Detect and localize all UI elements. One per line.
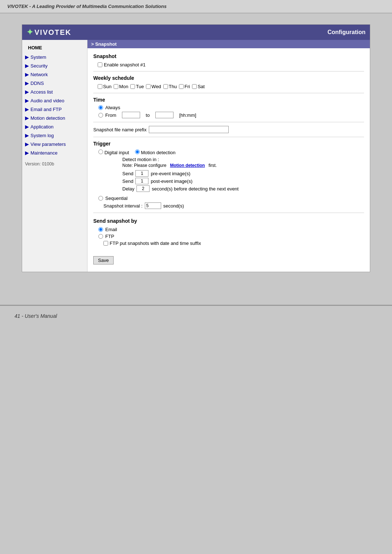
day-tue-checkbox[interactable] [130, 84, 135, 89]
save-button[interactable]: Save [93, 256, 114, 264]
time-section: Time Always From 00:00 to [93, 97, 364, 118]
ftp-date-suffix-checkbox[interactable] [103, 241, 108, 246]
expand-icon-maintenance: ▶ [25, 150, 29, 156]
footer-manual: 41 - User's Manual [15, 313, 57, 319]
sidebar-item-network[interactable]: ▶ Network [22, 70, 87, 79]
sidebar-item-maintenance[interactable]: ▶ Maintenance [22, 148, 87, 157]
day-thu-checkbox[interactable] [163, 84, 168, 89]
sidebar-item-system[interactable]: ▶ System [22, 53, 87, 61]
from-time-input[interactable]: 00:00 [122, 112, 140, 118]
email-radio[interactable] [98, 227, 103, 232]
from-radio[interactable] [98, 113, 103, 118]
snapshot-interval-input[interactable] [145, 202, 161, 209]
send2-label: Send [122, 178, 133, 184]
enable-snapshot-label: Enable snapshot #1 [104, 62, 146, 67]
day-tue[interactable]: Tue [130, 84, 144, 89]
tagline: VIVOTEK - A Leading Provider of Multimed… [7, 4, 167, 9]
sidebar-label-security: Security [30, 63, 48, 69]
day-mon-checkbox[interactable] [114, 84, 118, 89]
sidebar-item-system-log[interactable]: ▶ System log [22, 131, 87, 140]
sidebar-label-audio-video: Audio and video [30, 98, 64, 103]
ftp-label: FTP [105, 234, 114, 239]
delay-suffix: second(s) before detecting the next even… [152, 186, 238, 192]
post-event-label: post-event image(s) [151, 178, 192, 184]
sidebar-item-audio-video[interactable]: ▶ Audio and video [22, 96, 87, 105]
content-area: HOME ▶ System ▶ Security ▶ Network ▶ DDN… [22, 40, 370, 272]
sidebar: HOME ▶ System ▶ Security ▶ Network ▶ DDN… [22, 40, 87, 272]
trigger-radios: Digital input Motion detection [98, 149, 364, 155]
config-panel: ✦ VIVOTEK Configuration HOME ▶ System ▶ … [22, 24, 370, 272]
day-fri-checkbox[interactable] [179, 84, 184, 89]
ftp-sub-row: FTP put snapshots with date and time suf… [103, 241, 364, 246]
config-title: Configuration [327, 29, 366, 36]
delay-input[interactable] [136, 185, 150, 192]
day-fri[interactable]: Fri [179, 84, 190, 89]
to-label: to [146, 112, 150, 118]
sequential-section: Sequential Snapshot interval : second(s) [93, 196, 364, 209]
day-sun-checkbox[interactable] [98, 84, 102, 89]
snapshot-prefix-label: Snapshot file name prefix [93, 127, 147, 132]
expand-icon-application: ▶ [25, 124, 29, 130]
always-label: Always [105, 105, 120, 110]
delay-label: Delay [122, 186, 134, 192]
main-content: > Snapshot Snapshot Enable snapshot #1 W… [87, 40, 370, 272]
sidebar-item-application[interactable]: ▶ Application [22, 122, 87, 131]
enable-snapshot-row: Enable snapshot #1 [98, 62, 364, 67]
weekly-schedule-row: Sun Mon Tue Wed Thu Fri Sat [98, 84, 364, 89]
motion-detection-link[interactable]: Motion detection [170, 163, 205, 168]
sequential-radio[interactable] [98, 196, 103, 201]
day-wed-checkbox[interactable] [146, 84, 151, 89]
day-sun[interactable]: Sun [98, 84, 111, 89]
main-container: ✦ VIVOTEK Configuration HOME ▶ System ▶ … [0, 13, 392, 283]
day-mon[interactable]: Mon [114, 84, 128, 89]
email-label: Email [105, 227, 117, 232]
sidebar-item-access-list[interactable]: ▶ Access list [22, 87, 87, 96]
sidebar-item-motion-detection[interactable]: ▶ Motion detection [22, 114, 87, 122]
trigger-digital-radio[interactable] [98, 149, 103, 154]
send-snapshot-heading: Send snapshot by [93, 218, 364, 224]
send-post-event-row: Send post-event image(s) [122, 178, 364, 184]
day-wed[interactable]: Wed [146, 84, 161, 89]
expand-icon-ddns: ▶ [25, 80, 29, 86]
sidebar-label-view-parameters: View parameters [30, 141, 66, 147]
send-pre-event-row: Send pre-event image(s) [122, 170, 364, 177]
from-label: From [105, 112, 116, 118]
trigger-section: Trigger Digital input Motion detection [93, 141, 364, 192]
day-thu[interactable]: Thu [163, 84, 177, 89]
sidebar-item-security[interactable]: ▶ Security [22, 61, 87, 70]
ftp-radio[interactable] [98, 234, 103, 239]
pre-event-label: pre-event image(s) [151, 171, 190, 176]
sidebar-item-email-ftp[interactable]: ▶ Email and FTP [22, 105, 87, 114]
day-sat-checkbox[interactable] [192, 84, 197, 89]
divider3 [93, 122, 364, 122]
note-suffix: first. [208, 163, 217, 168]
sidebar-item-view-parameters[interactable]: ▶ View parameters [22, 140, 87, 148]
sidebar-home[interactable]: HOME [22, 43, 87, 53]
expand-icon-audio-video: ▶ [25, 98, 29, 103]
expand-icon-system-log: ▶ [25, 132, 29, 138]
trigger-motion-label[interactable]: Motion detection [135, 149, 176, 155]
note-label: Note: Please configure [122, 163, 166, 168]
day-sat[interactable]: Sat [192, 84, 205, 89]
snapshot-interval-label: Snapshot interval : [103, 203, 143, 209]
snapshot-prefix-input[interactable] [149, 126, 229, 133]
sidebar-label-maintenance: Maintenance [30, 150, 57, 156]
pre-event-count-input[interactable] [135, 170, 148, 177]
top-header: VIVOTEK - A Leading Provider of Multimed… [0, 0, 392, 13]
ftp-radio-row: FTP [98, 234, 364, 239]
sidebar-item-ddns[interactable]: ▶ DDNS [22, 79, 87, 87]
save-row: Save [93, 251, 364, 264]
trigger-motion-radio[interactable] [135, 149, 140, 154]
enable-snapshot-checkbox[interactable] [98, 62, 102, 67]
post-event-count-input[interactable] [135, 178, 148, 184]
to-time-input[interactable]: 00:00 [155, 112, 173, 118]
trigger-digital-label[interactable]: Digital input [98, 149, 129, 155]
always-radio[interactable] [98, 105, 103, 110]
expand-icon-view-parameters: ▶ [25, 141, 29, 147]
detect-motion-label: Detect motion in : [122, 157, 364, 162]
sidebar-label-motion-detection: Motion detection [30, 115, 65, 121]
sidebar-label-system-log: System log [30, 133, 54, 138]
time-heading: Time [93, 97, 364, 103]
weekly-schedule-heading: Weekly schedule [93, 75, 364, 81]
expand-icon-access-list: ▶ [25, 89, 29, 95]
